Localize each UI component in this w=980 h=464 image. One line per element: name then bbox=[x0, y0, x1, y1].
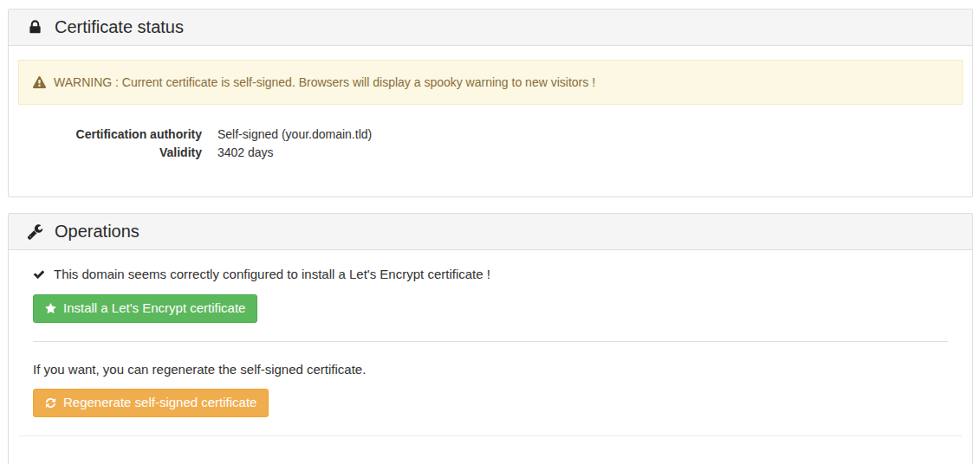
regenerate-button-label: Regenerate self-signed certificate bbox=[63, 395, 256, 410]
star-icon bbox=[45, 303, 56, 314]
validity-value: 3402 days bbox=[217, 144, 963, 162]
install-lets-encrypt-button[interactable]: Install a Let's Encrypt certificate bbox=[33, 294, 257, 323]
check-icon bbox=[33, 268, 45, 280]
detail-row-certification-authority: Certification authority Self-signed (you… bbox=[27, 126, 963, 144]
install-button-label: Install a Let's Encrypt certificate bbox=[63, 300, 245, 316]
operations-bottom-divider bbox=[19, 435, 962, 436]
page: Certificate status WARNING : Current cer… bbox=[0, 0, 980, 464]
wrench-icon bbox=[27, 223, 43, 240]
operations-divider bbox=[33, 341, 948, 342]
lets-encrypt-status-line: This domain seems correctly configured t… bbox=[33, 267, 948, 282]
operations-body: This domain seems correctly configured t… bbox=[9, 250, 972, 464]
regenerate-info-text: If you want, you can regenerate the self… bbox=[33, 362, 948, 377]
certification-authority-label: Certification authority bbox=[27, 126, 202, 144]
operations-title: Operations bbox=[55, 222, 140, 242]
validity-label: Validity bbox=[27, 144, 202, 162]
warning-triangle-icon bbox=[33, 76, 46, 89]
self-signed-warning-alert: WARNING : Current certificate is self-si… bbox=[18, 60, 963, 105]
refresh-icon bbox=[45, 397, 56, 409]
lock-icon bbox=[27, 19, 43, 35]
regenerate-self-signed-button[interactable]: Regenerate self-signed certificate bbox=[33, 389, 269, 417]
certificate-status-header: Certificate status bbox=[9, 10, 972, 46]
certificate-details: Certification authority Self-signed (you… bbox=[27, 126, 963, 197]
certification-authority-value: Self-signed (your.domain.tld) bbox=[217, 126, 963, 144]
lets-encrypt-status-text: This domain seems correctly configured t… bbox=[54, 267, 490, 282]
certificate-status-panel: Certificate status WARNING : Current cer… bbox=[8, 9, 973, 197]
warning-alert-text: WARNING : Current certificate is self-si… bbox=[54, 74, 595, 91]
certificate-status-body: WARNING : Current certificate is self-si… bbox=[9, 46, 972, 197]
detail-row-validity: Validity 3402 days bbox=[27, 144, 963, 162]
certificate-status-title: Certificate status bbox=[55, 18, 184, 37]
operations-panel: Operations This domain seems correctly c… bbox=[8, 213, 973, 464]
operations-header: Operations bbox=[9, 214, 972, 250]
